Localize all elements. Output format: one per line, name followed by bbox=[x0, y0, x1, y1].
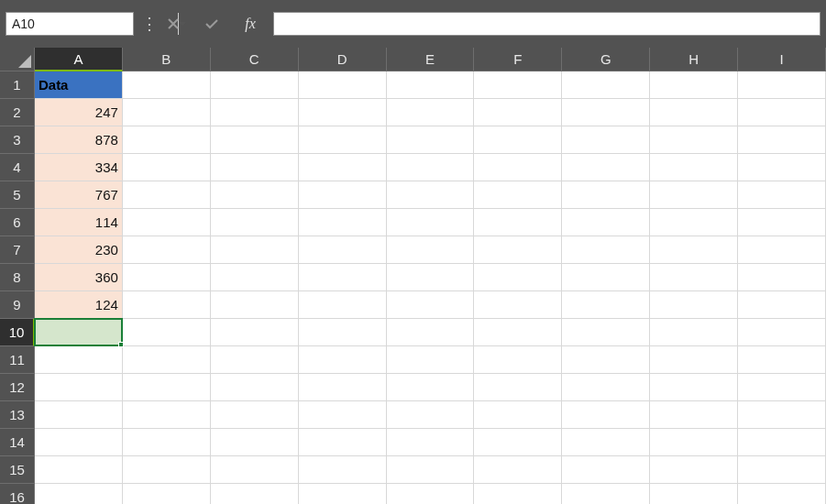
cell-D1[interactable] bbox=[299, 71, 387, 99]
name-box[interactable] bbox=[6, 12, 134, 36]
cell-B15[interactable] bbox=[123, 456, 211, 484]
cell-C13[interactable] bbox=[211, 401, 299, 429]
cell-H8[interactable] bbox=[650, 264, 738, 291]
cell-G14[interactable] bbox=[562, 429, 650, 456]
cell-E9[interactable] bbox=[387, 291, 475, 319]
cell-A16[interactable] bbox=[35, 484, 123, 504]
cell-I14[interactable] bbox=[738, 429, 826, 456]
cell-I10[interactable] bbox=[738, 319, 826, 346]
cell-F16[interactable] bbox=[474, 484, 562, 504]
cell-I12[interactable] bbox=[738, 374, 826, 401]
cell-E8[interactable] bbox=[387, 264, 475, 291]
cell-F13[interactable] bbox=[474, 401, 562, 429]
cell-I13[interactable] bbox=[738, 401, 826, 429]
cell-C6[interactable] bbox=[211, 209, 299, 236]
formula-bar[interactable] bbox=[273, 12, 820, 36]
cell-C10[interactable] bbox=[211, 319, 299, 346]
cell-D15[interactable] bbox=[299, 456, 387, 484]
cell-H12[interactable] bbox=[650, 374, 738, 401]
cell-C15[interactable] bbox=[211, 456, 299, 484]
column-header-F[interactable]: F bbox=[474, 48, 562, 71]
cell-F6[interactable] bbox=[474, 209, 562, 236]
cell-C4[interactable] bbox=[211, 154, 299, 181]
cell-F9[interactable] bbox=[474, 291, 562, 319]
cell-I4[interactable] bbox=[738, 154, 826, 181]
cell-I6[interactable] bbox=[738, 209, 826, 236]
cell-A10[interactable] bbox=[35, 319, 123, 346]
row-header-6[interactable]: 6 bbox=[0, 209, 35, 236]
cell-D4[interactable] bbox=[299, 154, 387, 181]
cell-F5[interactable] bbox=[474, 181, 562, 209]
cell-H3[interactable] bbox=[650, 126, 738, 154]
cell-G8[interactable] bbox=[562, 264, 650, 291]
cell-H5[interactable] bbox=[650, 181, 738, 209]
cell-A4[interactable]: 334 bbox=[35, 154, 123, 181]
cell-H4[interactable] bbox=[650, 154, 738, 181]
row-header-10[interactable]: 10 bbox=[0, 319, 35, 346]
cell-F1[interactable] bbox=[474, 71, 562, 99]
cell-A3[interactable]: 878 bbox=[35, 126, 123, 154]
cell-C3[interactable] bbox=[211, 126, 299, 154]
cell-E13[interactable] bbox=[387, 401, 475, 429]
cell-B14[interactable] bbox=[123, 429, 211, 456]
cell-B3[interactable] bbox=[123, 126, 211, 154]
cell-C5[interactable] bbox=[211, 181, 299, 209]
cell-D13[interactable] bbox=[299, 401, 387, 429]
cell-C9[interactable] bbox=[211, 291, 299, 319]
cell-G7[interactable] bbox=[562, 236, 650, 264]
cell-B13[interactable] bbox=[123, 401, 211, 429]
cell-D5[interactable] bbox=[299, 181, 387, 209]
enter-button[interactable] bbox=[196, 12, 227, 36]
cell-E16[interactable] bbox=[387, 484, 475, 504]
cell-H2[interactable] bbox=[650, 99, 738, 126]
cell-H9[interactable] bbox=[650, 291, 738, 319]
cell-I16[interactable] bbox=[738, 484, 826, 504]
cell-G10[interactable] bbox=[562, 319, 650, 346]
cell-D2[interactable] bbox=[299, 99, 387, 126]
cell-G5[interactable] bbox=[562, 181, 650, 209]
cell-G15[interactable] bbox=[562, 456, 650, 484]
cell-H11[interactable] bbox=[650, 346, 738, 374]
cell-C7[interactable] bbox=[211, 236, 299, 264]
cell-E10[interactable] bbox=[387, 319, 475, 346]
cell-I9[interactable] bbox=[738, 291, 826, 319]
cell-E4[interactable] bbox=[387, 154, 475, 181]
select-all-button[interactable] bbox=[0, 48, 35, 71]
cell-A15[interactable] bbox=[35, 456, 123, 484]
cell-F8[interactable] bbox=[474, 264, 562, 291]
column-header-G[interactable]: G bbox=[562, 48, 650, 71]
cell-H15[interactable] bbox=[650, 456, 738, 484]
cell-C14[interactable] bbox=[211, 429, 299, 456]
cell-B11[interactable] bbox=[123, 346, 211, 374]
cell-A8[interactable]: 360 bbox=[35, 264, 123, 291]
cell-E6[interactable] bbox=[387, 209, 475, 236]
cell-F11[interactable] bbox=[474, 346, 562, 374]
cell-C12[interactable] bbox=[211, 374, 299, 401]
cell-B16[interactable] bbox=[123, 484, 211, 504]
cell-D9[interactable] bbox=[299, 291, 387, 319]
cell-I2[interactable] bbox=[738, 99, 826, 126]
cell-C2[interactable] bbox=[211, 99, 299, 126]
cell-H13[interactable] bbox=[650, 401, 738, 429]
column-header-E[interactable]: E bbox=[387, 48, 475, 71]
cell-E15[interactable] bbox=[387, 456, 475, 484]
row-header-11[interactable]: 11 bbox=[0, 346, 35, 374]
cell-H1[interactable] bbox=[650, 71, 738, 99]
cell-A2[interactable]: 247 bbox=[35, 99, 123, 126]
cell-G2[interactable] bbox=[562, 99, 650, 126]
cell-E2[interactable] bbox=[387, 99, 475, 126]
cell-B1[interactable] bbox=[123, 71, 211, 99]
cell-B5[interactable] bbox=[123, 181, 211, 209]
cell-D6[interactable] bbox=[299, 209, 387, 236]
cell-H16[interactable] bbox=[650, 484, 738, 504]
cell-I8[interactable] bbox=[738, 264, 826, 291]
cell-I1[interactable] bbox=[738, 71, 826, 99]
cancel-button[interactable] bbox=[158, 12, 189, 36]
cell-D14[interactable] bbox=[299, 429, 387, 456]
column-header-H[interactable]: H bbox=[650, 48, 738, 71]
cell-F15[interactable] bbox=[474, 456, 562, 484]
row-header-5[interactable]: 5 bbox=[0, 181, 35, 209]
cell-A9[interactable]: 124 bbox=[35, 291, 123, 319]
cell-B6[interactable] bbox=[123, 209, 211, 236]
cell-C11[interactable] bbox=[211, 346, 299, 374]
